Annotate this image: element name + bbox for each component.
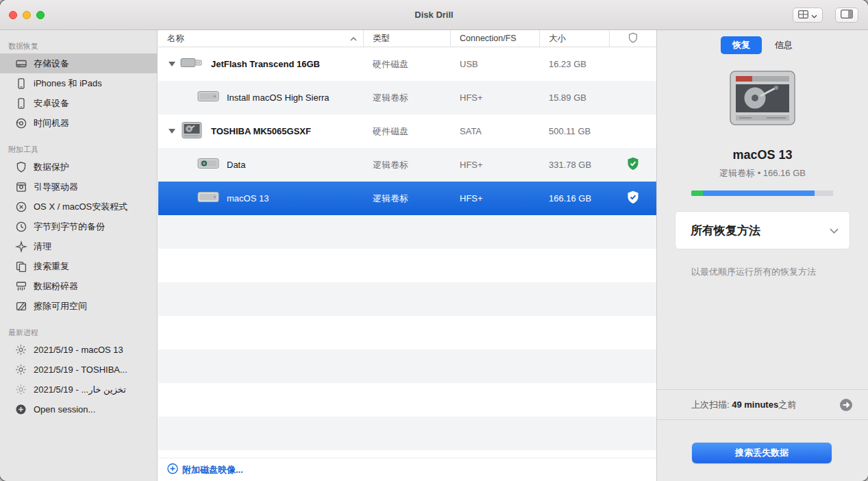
recovery-method-label: 所有恢复方法 xyxy=(691,223,760,238)
table-footer: 附加磁盘映像... xyxy=(158,458,656,481)
zoom-button[interactable] xyxy=(36,11,45,19)
disclosure-triangle[interactable] xyxy=(169,62,175,66)
sidebar-item-byte-backup[interactable]: 字节到字节的备份 xyxy=(0,217,157,236)
device-size: 166.16 GB xyxy=(540,193,610,204)
boot-drive-icon xyxy=(14,180,27,193)
device-name: Data xyxy=(227,160,245,170)
sidebar-item-label: 擦除可用空间 xyxy=(34,300,87,312)
table-row-selected[interactable]: macOS 13 逻辑卷标 HFS+ 166.16 GB xyxy=(158,182,656,215)
sidebar-item-label: 2021/5/19 - TOSHIBA... xyxy=(34,365,127,375)
column-header-name[interactable]: 名称 xyxy=(158,30,364,47)
sidebar-item-label: OS X / macOS安装程式 xyxy=(34,201,127,213)
device-type: 逻辑卷标 xyxy=(364,92,451,104)
clock-backup-icon xyxy=(14,220,27,233)
capacity-segment xyxy=(703,190,815,196)
column-header-size[interactable]: 大小 xyxy=(540,30,610,47)
close-button[interactable] xyxy=(9,11,17,19)
capacity-bar xyxy=(691,190,833,196)
session-gear-icon xyxy=(14,343,27,356)
sidebar-item-boot-drive[interactable]: 引导驱动器 xyxy=(0,177,157,197)
time-machine-icon xyxy=(14,116,27,130)
titlebar: Disk Drill xyxy=(0,0,868,30)
sidebar-item-data-protection[interactable]: 数据保护 xyxy=(0,157,157,177)
window-title: Disk Drill xyxy=(0,10,868,20)
sort-ascending-icon xyxy=(350,34,357,43)
sidebar-item-storage-devices[interactable]: 存储设备 xyxy=(0,53,157,73)
traffic-lights xyxy=(9,11,45,19)
sidebar-item-time-machine[interactable]: 时间机器 xyxy=(0,113,157,133)
session-gear-icon xyxy=(14,363,27,376)
shield-icon xyxy=(14,160,27,173)
storage-drive-icon xyxy=(14,57,27,70)
sidebar-item-label: 引导驱动器 xyxy=(34,181,78,193)
last-scan-row: 上次扫描: 49 minutes之前 xyxy=(691,390,853,419)
sidebar-item-label: 存储设备 xyxy=(34,58,69,70)
device-connection: HFS+ xyxy=(451,193,540,204)
column-label: 名称 xyxy=(167,33,184,45)
chevron-down-icon xyxy=(830,224,839,236)
tab-info[interactable]: 信息 xyxy=(763,36,804,54)
hard-drive-illustration xyxy=(657,69,868,129)
sidebar-item-cleanup[interactable]: 清理 xyxy=(0,236,157,256)
shield-column-icon xyxy=(628,32,638,45)
volume-icon xyxy=(197,155,220,175)
internal-drive-icon xyxy=(179,121,204,143)
search-lost-data-button[interactable]: 搜索丢失数据 xyxy=(692,443,832,463)
recovery-method-dropdown[interactable]: 所有恢复方法 xyxy=(675,211,850,249)
plus-circle-outline-icon xyxy=(167,463,178,476)
device-connection: HFS+ xyxy=(451,160,540,170)
column-label: 大小 xyxy=(549,33,566,45)
table-row[interactable]: Data 逻辑卷标 HFS+ 331.78 GB xyxy=(158,148,656,182)
view-options-button[interactable] xyxy=(793,8,823,23)
sidebar-item-erase-free-space[interactable]: 擦除可用空间 xyxy=(0,296,157,316)
device-name: Install macOS High Sierra xyxy=(227,92,330,103)
empty-row xyxy=(158,215,656,249)
device-type: 逻辑卷标 xyxy=(364,159,451,171)
sidebar-item-label: تخزين خار... - 2021/5/19 xyxy=(34,384,126,395)
selected-volume-title: macOS 13 xyxy=(657,148,868,162)
device-size: 500.11 GB xyxy=(540,126,610,136)
sidebar-item-label: 2021/5/19 - macOS 13 xyxy=(34,345,123,355)
sidebar-item-label: 安卓设备 xyxy=(34,97,69,110)
last-scan-label: 上次扫描: 49 minutes之前 xyxy=(691,399,839,411)
sidebar-item-find-duplicates[interactable]: 搜索重复 xyxy=(0,256,157,276)
android-phone-icon xyxy=(14,97,27,110)
sparkle-cleanup-icon xyxy=(14,240,27,253)
sidebar-panel-icon xyxy=(841,9,853,21)
selected-volume-subtitle: 逻辑卷标 • 166.16 GB xyxy=(657,167,868,180)
column-header-protection[interactable] xyxy=(610,30,656,47)
sidebar-item-iphones-ipads[interactable]: iPhones 和 iPads xyxy=(0,73,157,93)
disclosure-triangle[interactable] xyxy=(169,129,175,134)
toggle-sidebar-button[interactable] xyxy=(835,8,858,23)
sidebar-item-macos-installer[interactable]: OS X / macOS安装程式 xyxy=(0,197,157,217)
sidebar-item-session-arabic[interactable]: تخزين خار... - 2021/5/19 xyxy=(0,380,157,399)
table-row[interactable]: Install macOS High Sierra 逻辑卷标 HFS+ 15.8… xyxy=(158,81,656,114)
sidebar-item-label: Open session... xyxy=(34,404,95,415)
recovery-method-description: 以最优顺序运行所有的恢复方法 xyxy=(691,266,847,278)
table-rows: JetFlash Transcend 16GB 硬件磁盘 USB 16.23 G… xyxy=(158,47,656,458)
grid-view-icon xyxy=(798,9,808,21)
minimize-button[interactable] xyxy=(23,11,31,19)
sidebar-item-label: 搜索重复 xyxy=(34,260,69,273)
column-header-type[interactable]: 类型 xyxy=(364,30,451,47)
tab-recover[interactable]: 恢复 xyxy=(721,36,762,54)
plus-circle-icon xyxy=(14,403,27,416)
sidebar: 数据恢复 存储设备 iPhones 和 iPads 安卓设备 时间机器 xyxy=(0,30,158,481)
attach-disk-image-link[interactable]: 附加磁盘映像... xyxy=(167,463,243,476)
device-type: 逻辑卷标 xyxy=(364,193,451,205)
sidebar-item-data-shredder[interactable]: 数据粉碎器 xyxy=(0,276,157,296)
column-header-connection[interactable]: Connection/FS xyxy=(451,30,540,47)
sidebar-item-session-macos13[interactable]: 2021/5/19 - macOS 13 xyxy=(0,340,157,360)
table-row[interactable]: TOSHIBA MK5065GSXF 硬件磁盘 SATA 500.11 GB xyxy=(158,114,656,148)
inspector-tabs: 恢复 信息 xyxy=(657,36,868,54)
column-label: Connection/FS xyxy=(460,34,517,43)
sidebar-item-open-session[interactable]: Open session... xyxy=(0,399,157,419)
sidebar-item-android-devices[interactable]: 安卓设备 xyxy=(0,93,157,113)
sidebar-section-data-recovery: 数据恢复 xyxy=(8,41,157,51)
resume-scan-button[interactable] xyxy=(839,398,853,412)
duplicates-icon xyxy=(14,260,27,273)
volume-icon xyxy=(197,188,220,208)
sidebar-section-recent-sessions: 最新进程 xyxy=(8,328,157,338)
sidebar-item-session-toshiba[interactable]: 2021/5/19 - TOSHIBA... xyxy=(0,360,157,380)
table-row[interactable]: JetFlash Transcend 16GB 硬件磁盘 USB 16.23 G… xyxy=(158,47,656,81)
